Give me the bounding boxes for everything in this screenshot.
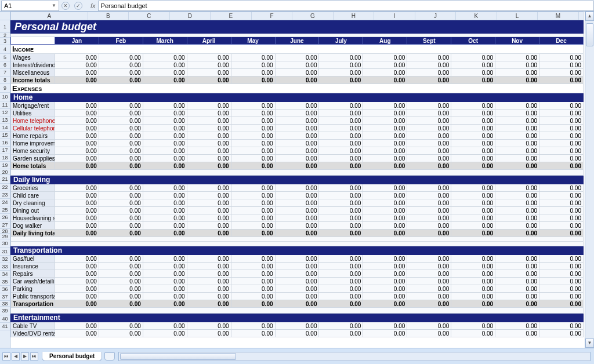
cell[interactable]: 0.00 xyxy=(99,117,143,125)
cell[interactable]: 0.00 xyxy=(495,61,539,69)
row-label[interactable]: Public transportation xyxy=(11,293,55,300)
row-label[interactable]: Groceries xyxy=(11,184,55,192)
cell[interactable]: 0.00 xyxy=(143,192,187,199)
cell[interactable]: 0.00 xyxy=(55,162,99,170)
cell[interactable]: 0.00 xyxy=(55,110,99,117)
cell[interactable]: 0.00 xyxy=(99,140,143,147)
cell[interactable]: 0.00 xyxy=(187,270,231,278)
cell[interactable]: 0.00 xyxy=(231,61,275,69)
cell[interactable]: 0.00 xyxy=(319,192,363,199)
cell[interactable]: 0.00 xyxy=(231,192,275,199)
row-header-30[interactable]: 30 xyxy=(0,239,10,248)
cell[interactable]: 0.00 xyxy=(539,330,584,337)
row-label[interactable]: Dog walker xyxy=(11,222,55,230)
cell[interactable]: 0.00 xyxy=(407,132,451,140)
cell[interactable]: 0.00 xyxy=(187,214,231,222)
cell[interactable]: 0.00 xyxy=(231,214,275,222)
cell[interactable]: 0.00 xyxy=(275,155,319,162)
cell[interactable]: 0.00 xyxy=(231,222,275,230)
cell[interactable]: 0.00 xyxy=(187,222,231,230)
cell[interactable]: 0.00 xyxy=(231,270,275,278)
cell[interactable]: 0.00 xyxy=(55,77,99,84)
row-label[interactable]: Daily living totals xyxy=(11,230,55,237)
cell[interactable]: 0.00 xyxy=(55,54,99,61)
cell[interactable]: 0.00 xyxy=(143,69,187,77)
row-header-28[interactable]: 28 xyxy=(0,229,10,234)
cell[interactable]: 0.00 xyxy=(495,132,539,140)
cell[interactable]: 0.00 xyxy=(99,162,143,170)
cell[interactable]: 0.00 xyxy=(55,102,99,110)
cell[interactable]: 0.00 xyxy=(407,69,451,77)
cell[interactable]: 0.00 xyxy=(55,125,99,132)
cell[interactable]: 0.00 xyxy=(275,77,319,84)
cell[interactable]: 0.00 xyxy=(363,69,407,77)
cell[interactable]: 0.00 xyxy=(451,330,495,337)
cell[interactable]: 0.00 xyxy=(231,207,275,214)
cell[interactable]: 0.00 xyxy=(495,255,539,263)
cell[interactable]: 0.00 xyxy=(363,61,407,69)
cell[interactable]: 0.00 xyxy=(319,285,363,293)
row-header-13[interactable]: 13 xyxy=(0,117,10,124)
new-sheet-button[interactable] xyxy=(104,352,115,361)
col-header-D[interactable]: D xyxy=(169,12,211,20)
cell[interactable]: 0.00 xyxy=(231,140,275,147)
cell[interactable]: 0.00 xyxy=(451,61,495,69)
cell[interactable]: 0.00 xyxy=(99,132,143,140)
cell[interactable]: 0.00 xyxy=(55,278,99,285)
cell[interactable]: 0.00 xyxy=(407,300,451,308)
cell[interactable]: 0.00 xyxy=(99,285,143,293)
col-header-K[interactable]: K xyxy=(456,12,497,20)
row-header-40[interactable]: 40 xyxy=(0,315,10,323)
cell[interactable]: 0.00 xyxy=(275,132,319,140)
vertical-scrollbar[interactable]: ▲ ▼ xyxy=(585,12,594,348)
cell[interactable]: 0.00 xyxy=(187,278,231,285)
cell[interactable]: 0.00 xyxy=(187,69,231,77)
cell[interactable]: 0.00 xyxy=(187,162,231,170)
cell[interactable]: 0.00 xyxy=(99,102,143,110)
col-header-I[interactable]: I xyxy=(374,12,415,20)
row-header-14[interactable]: 14 xyxy=(0,124,10,132)
cell[interactable]: 0.00 xyxy=(99,155,143,162)
cell[interactable]: 0.00 xyxy=(99,199,143,207)
cell[interactable]: 0.00 xyxy=(275,207,319,214)
cell[interactable]: 0.00 xyxy=(539,147,584,155)
cell[interactable]: 0.00 xyxy=(495,214,539,222)
cell[interactable]: 0.00 xyxy=(539,155,584,162)
cell[interactable]: 0.00 xyxy=(319,61,363,69)
cell[interactable]: 0.00 xyxy=(451,184,495,192)
row-header-20[interactable]: 20 xyxy=(0,169,10,175)
month-header-oct[interactable]: Oct xyxy=(451,37,495,45)
cell[interactable]: 0.00 xyxy=(539,184,584,192)
cell[interactable]: 0.00 xyxy=(407,199,451,207)
row-header-23[interactable]: 23 xyxy=(0,191,10,199)
col-header-A[interactable]: A xyxy=(11,12,88,20)
cell[interactable]: 0.00 xyxy=(539,300,584,308)
cell[interactable]: 0.00 xyxy=(451,293,495,300)
col-header-L[interactable]: L xyxy=(497,12,538,20)
cell[interactable]: 0.00 xyxy=(143,102,187,110)
row-header-15[interactable]: 15 xyxy=(0,132,10,139)
cell[interactable]: 0.00 xyxy=(99,192,143,199)
cell[interactable]: 0.00 xyxy=(231,147,275,155)
cell[interactable]: 0.00 xyxy=(539,207,584,214)
cell[interactable]: 0.00 xyxy=(55,69,99,77)
month-header-jan[interactable]: Jan xyxy=(55,37,99,45)
name-box-dropdown-icon[interactable]: ▼ xyxy=(52,3,56,8)
cell[interactable]: 0.00 xyxy=(495,77,539,84)
cell[interactable]: 0.00 xyxy=(495,222,539,230)
cell[interactable]: 0.00 xyxy=(451,140,495,147)
cell[interactable]: 0.00 xyxy=(363,230,407,237)
category-header[interactable]: Home xyxy=(11,93,584,102)
cell[interactable]: 0.00 xyxy=(539,214,584,222)
cell[interactable]: 0.00 xyxy=(231,155,275,162)
tab-nav-next-icon[interactable]: ▶ xyxy=(21,352,29,361)
row-label[interactable]: Transportation totals xyxy=(11,300,55,308)
category-header[interactable]: Transportation xyxy=(11,246,584,255)
cell[interactable]: 0.00 xyxy=(407,184,451,192)
cancel-formula-icon[interactable]: ✕ xyxy=(61,2,70,10)
row-header-9[interactable]: 9 xyxy=(0,84,10,93)
cell[interactable]: 0.00 xyxy=(407,222,451,230)
cell[interactable]: 0.00 xyxy=(495,199,539,207)
cell[interactable]: 0.00 xyxy=(187,155,231,162)
month-header-april[interactable]: April xyxy=(187,37,231,45)
